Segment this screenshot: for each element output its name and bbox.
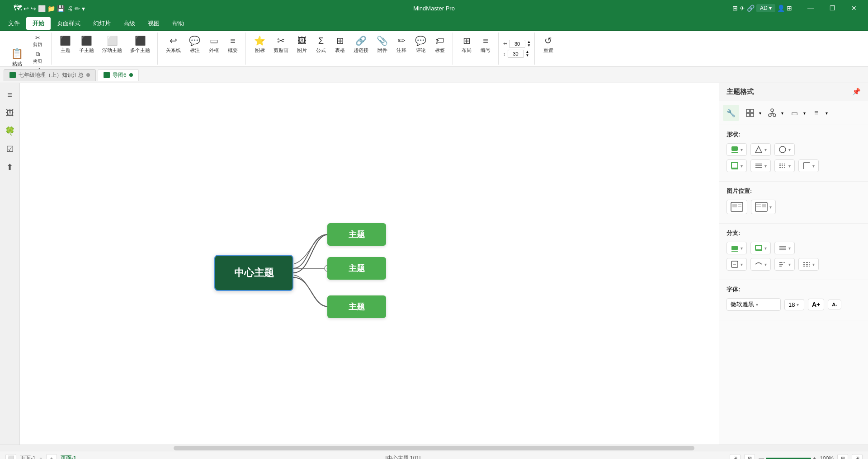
maximize-btn[interactable]: ❐ [822,0,843,16]
edit-shape-btn[interactable]: ▾ [726,159,747,172]
branch-curve-btn[interactable]: ▾ [750,258,771,271]
tab-mindmap6[interactable]: 导图6 [98,69,139,81]
sidebar-flower-icon[interactable]: 🍀 [2,123,18,139]
print-btn[interactable]: 🖨 [66,5,73,12]
apps-icon[interactable]: ⊞ [787,5,792,12]
scrollbar-thumb[interactable] [174,446,694,450]
tab-geography[interactable]: 七年级地理（上）知识汇总 [4,69,96,81]
panel-box-arrow[interactable]: ▾ [803,111,806,116]
zoom-minus-btn[interactable]: — [759,455,764,459]
sidebar-upload-icon[interactable]: ⬆ [2,159,18,175]
send-icon[interactable]: ✈ [740,5,745,12]
menu-file[interactable]: 文件 [2,17,26,30]
font-larger-btn[interactable]: A+ [808,299,824,310]
branch-fill-btn[interactable]: ▾ [726,242,747,254]
undo-btn[interactable]: ↩ [24,5,29,12]
circle-shape-btn[interactable]: ▾ [774,143,795,156]
reset-btn[interactable]: ↺ 重置 [539,33,557,56]
menu-home[interactable]: 开始 [26,17,51,30]
sidebar-image-icon[interactable]: 🖼 [2,105,18,121]
close-btn[interactable]: ✕ [844,0,864,16]
comment-btn[interactable]: 💬 评论 [411,33,430,56]
share-icon[interactable]: ⊞ [732,5,738,12]
panel-tool-magic[interactable]: 🔧 [723,105,739,121]
font-smaller-btn[interactable]: A- [828,300,841,309]
zoom-slider[interactable] [766,458,811,459]
width-input[interactable] [509,40,525,48]
corner-btn[interactable]: ▾ [798,159,819,172]
formula-btn[interactable]: Σ 公式 [312,34,330,56]
user-icon[interactable]: 👤 [777,5,785,12]
active-page-label[interactable]: 页面-1 [61,454,76,459]
note-btn[interactable]: ✏ 注释 [392,33,410,56]
panel-grid-arrow[interactable]: ▾ [759,111,761,116]
menu-slideshow[interactable]: 幻灯片 [87,17,117,30]
font-size-btn[interactable]: 18 ▾ [784,299,804,310]
menu-page-style[interactable]: 页面样式 [51,17,87,30]
border-shape-btn[interactable]: ▾ [750,143,771,156]
panel-tree-arrow[interactable]: ▾ [781,111,783,116]
panel-tool-list[interactable]: ≡ [808,105,825,121]
layout-btn[interactable]: ⊞ 布局 [458,33,476,56]
hyperlink-btn[interactable]: 🔗 超链接 [350,33,372,56]
fullscreen-btn[interactable]: ⊠ [744,454,755,459]
height-down-btn[interactable]: ▼ [526,54,529,57]
sidebar-check-icon[interactable]: ☑ [2,141,18,157]
frame-btn[interactable]: ▭ 外框 [205,33,223,56]
menu-help[interactable]: 帮助 [166,17,190,30]
tag-btn[interactable]: 🏷 标签 [431,34,449,56]
branch-node-mid[interactable]: 主题 [327,257,386,280]
image-inside-btn[interactable] [726,200,747,214]
branch-layout-btn[interactable]: ▾ [774,258,795,271]
more-btn[interactable]: ▾ [82,5,85,12]
branch-node-top[interactable]: 主题 [327,223,386,246]
fit-page-btn[interactable]: ⊞ [730,454,741,459]
add-page-btn[interactable]: + [46,454,57,459]
image-btn[interactable]: 🖼 图片 [293,34,311,56]
zoom-fit-btn[interactable]: ⊠ [837,454,848,459]
panel-tool-grid[interactable] [742,105,758,121]
multi-topic-btn[interactable]: ⬛ 多个主题 [127,33,154,56]
fit-width-btn[interactable]: ⊞ [852,454,863,459]
clipart-btn[interactable]: ✂ 剪贴画 [270,33,292,56]
table-btn[interactable]: ⊞ 表格 [331,33,349,56]
height-input[interactable] [508,50,524,58]
new-btn[interactable]: ⬜ [38,5,46,12]
horizontal-scrollbar[interactable] [0,445,868,451]
float-topic-btn[interactable]: ⬜ 浮动主题 [99,33,126,56]
cut-btn[interactable]: ✂ 剪切 [28,33,47,49]
topic-btn[interactable]: ⬛ 主题 [56,33,75,56]
panel-list-arrow[interactable]: ▾ [826,111,828,116]
menu-advanced[interactable]: 高级 [117,17,142,30]
width-down-btn[interactable]: ▼ [527,44,531,47]
collab-icon[interactable]: 🔗 [747,5,755,12]
callout-btn[interactable]: 💬 标注 [185,33,204,56]
font-family-btn[interactable]: 微软雅黑 ▾ [726,298,781,311]
edit-btn[interactable]: ✏ [75,5,80,12]
branch-corner-btn[interactable]: ▾ [726,258,747,271]
minimize-btn[interactable]: — [800,0,821,16]
menu-view[interactable]: 视图 [142,17,166,30]
save-btn[interactable]: 💾 [57,5,65,12]
open-btn[interactable]: 📁 [47,5,55,12]
lines-btn[interactable]: ▾ [750,159,771,172]
dashes-btn[interactable]: ▾ [774,159,795,172]
canvas[interactable]: − 中心主题 主题 主题 主题 [20,83,719,445]
icon-btn[interactable]: ⭐ 图标 [250,33,269,56]
copy-btn[interactable]: ⧉ 拷贝 [28,50,47,66]
fill-color-btn[interactable]: ▾ [726,143,747,156]
paste-btn[interactable]: 📋 粘贴 [7,46,27,69]
panel-pin-icon[interactable]: 📌 [852,88,861,96]
page-view-btn[interactable]: ⬜ [5,454,16,459]
panel-tool-box[interactable]: ▭ [786,105,802,121]
branch-node-bot[interactable]: 主题 [327,295,386,318]
branch-edit-btn[interactable]: ▾ [750,242,771,254]
sidebar-list-icon[interactable]: ≡ [2,87,18,103]
zoom-plus-btn[interactable]: + [813,455,816,459]
central-node[interactable]: 中心主题 [214,255,293,291]
subtopic-btn[interactable]: ⬛ 子主题 [75,33,98,56]
relation-btn[interactable]: ↩ 关系线 [162,33,184,56]
ad-btn[interactable]: AD ▾ [756,4,775,12]
attachment-btn[interactable]: 📎 附件 [373,33,392,56]
panel-tool-tree[interactable] [764,105,780,121]
